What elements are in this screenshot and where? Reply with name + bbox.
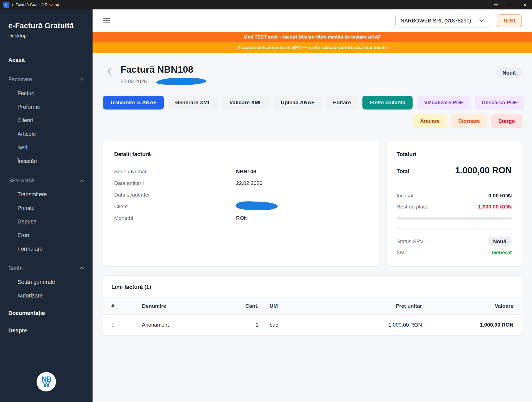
divider [397,228,512,229]
invoice-details-card: Detalii factură Serie / Număr NBN108 Dat… [103,141,379,267]
sidebar-item-setari-generale[interactable]: Setări generale [9,275,84,289]
line-name: Abonament [142,322,211,328]
chevron-up-icon [80,78,84,81]
sidebar-item-transmitere[interactable]: Transmitere [9,188,84,201]
detail-row-moneda: Monedă RON [114,212,368,224]
line-unit-price: 1.000,00 RON [314,322,422,328]
narboweb-logo: NB W [37,372,56,391]
cards-row: Detalii factură Serie / Număr NBN108 Dat… [103,141,522,267]
total-label: Total [397,168,409,175]
total-row: Total 1.000,00 RON [397,165,512,175]
app-icon: eF [3,2,9,8]
line-value: 1.000,00 RON [422,322,513,328]
sidebar-item-documentatie[interactable]: Documentație [8,306,84,320]
company-select[interactable]: NARBOWEB SRL (31878290) [395,14,489,27]
vizualizare-pdf-button[interactable]: Vizualizare PDF [417,96,470,110]
validare-xml-button[interactable]: Validare XML [222,96,269,110]
sidebar-item-acasa[interactable]: Acasă [8,53,84,67]
column-header-valoare: Valoare [422,303,513,309]
sidebar-item-proforme[interactable]: Proforme [9,100,84,114]
totals-card-title: Totaluri [397,151,512,157]
sidebar-section-setari[interactable]: Setări [8,262,84,274]
rest-de-plata-value: 1.000,00 RON [478,204,512,210]
rest-de-plata-label: Rest de plată [397,204,428,210]
actions-row-1: Transmite la ANAF Generare XML Validare … [103,96,522,110]
detail-label: Data emiterii [114,180,236,186]
app-logo-subtitle: Desktop [8,33,84,39]
client-value-redaction [236,201,278,211]
column-header-um: UM [259,303,314,309]
line-index: 1 [111,322,142,328]
sidebar-item-primite[interactable]: Primite [9,201,84,215]
line-um: buc [259,322,314,328]
maximize-button[interactable] [503,0,518,9]
status-spv-row: Status SPV Nouă [397,236,512,247]
line-qty: 1 [211,322,259,328]
close-button[interactable]: ✕ [518,0,532,9]
rest-de-plata-row: Rest de plată 1.000,00 RON [397,201,512,212]
sidebar-item-formulare[interactable]: Formulare [9,242,84,256]
detail-row-client: Client [114,201,368,212]
column-header-denumire: Denumire [142,303,211,309]
sidebar-section-spv-anaf[interactable]: SPV ANAF [8,175,84,187]
stornare-button[interactable]: Stornare [451,114,487,128]
app-logo-title: e-Factură Gratuită [8,22,84,30]
minimize-icon [494,4,498,5]
generare-xml-button[interactable]: Generare XML [168,96,218,110]
detail-label: Serie / Număr [114,169,236,175]
chevron-left-icon [107,68,111,75]
detail-value-client [236,202,368,212]
detail-row-data-scadentei: Data scadenței - [114,189,368,201]
invoice-title-block: Factură NBN108 22.02.2026 — [121,64,206,85]
test-mode-badge[interactable]: TEST [497,14,522,27]
status-badge: Nouă [496,67,522,78]
sidebar-item-incasari[interactable]: Încasări [9,154,84,168]
transmite-anaf-button[interactable]: Transmite la ANAF [103,96,164,110]
sidebar-section-facturare[interactable]: Facturare [8,73,84,85]
incasat-value: 0,00 RON [488,193,512,199]
incasat-row: Încasat 0,00 RON [397,190,512,201]
sidebar-item-depuse[interactable]: Depuse [9,215,84,228]
sidebar-group-setari: Setări generale Autorizare [9,275,84,302]
divider [397,183,512,183]
table-row[interactable]: 1 Abonament 1 buc 1.000,00 RON 1.000,00 … [103,315,522,335]
detail-value-data-emiterii: 22.02.2026 [236,180,368,186]
detail-value-serie: NBN108 [236,169,368,175]
details-rows: Serie / Număr NBN108 Data emiterii 22.02… [114,166,368,224]
anulare-button[interactable]: Anulare [413,114,447,128]
detail-row-data-emiterii: Data emiterii 22.02.2026 [114,177,368,189]
invoice-lines-card: Linii factură (1) # Denumire Cant. UM Pr… [103,275,522,335]
invoice-header: Factură NBN108 22.02.2026 — Nouă [103,64,522,85]
table-header-row: # Denumire Cant. UM Preț unitar Valoare [103,297,522,315]
details-card-title: Detalii factură [114,151,368,157]
editare-button[interactable]: Editare [326,96,358,110]
sidebar-item-despre[interactable]: Despre [8,324,84,337]
descarca-pdf-button[interactable]: Descarcă PDF [475,96,525,110]
maximize-icon [509,3,512,6]
sidebar-item-serii[interactable]: Serii [9,141,84,154]
main-area: NARBOWEB SRL (31878290) TEST Mod TEST ac… [93,9,532,402]
sidebar-item-erori[interactable]: Erori [9,228,84,242]
xml-status-value: Generat [492,250,512,256]
sidebar-item-clienti[interactable]: Clienți [9,114,84,127]
sterge-button[interactable]: Șterge [491,114,522,128]
minimize-button[interactable] [489,0,503,9]
sidebar-item-articole[interactable]: Articole [9,127,84,141]
sidebar-section-setari-label: Setări [8,265,23,271]
total-value: 1.000,00 RON [455,165,512,175]
hamburger-menu-icon[interactable] [103,17,110,24]
emite-chitanta-button[interactable]: Emite chitanță [362,96,413,110]
spv-status-badge: Nouă [488,236,512,246]
payment-progress-bar [397,217,512,220]
detail-label: Data scadenței [114,192,236,198]
detail-label: Client [114,203,236,210]
sidebar-group-spv-anaf: Transmitere Primite Depuse Erori Formula… [9,188,84,256]
sidebar-section-spv-anaf-label: SPV ANAF [8,177,35,184]
sidebar-item-facturi[interactable]: Facturi [9,86,84,100]
upload-anaf-button[interactable]: Upload ANAF [273,96,322,110]
detail-label: Monedă [114,215,236,221]
company-select-value: NARBOWEB SRL (31878290) [401,18,471,24]
sidebar-item-autorizare[interactable]: Autorizare [9,289,84,302]
back-button[interactable] [107,67,113,76]
sidebar-nav: Acasă Facturare Facturi Proforme Clienți… [8,53,84,337]
